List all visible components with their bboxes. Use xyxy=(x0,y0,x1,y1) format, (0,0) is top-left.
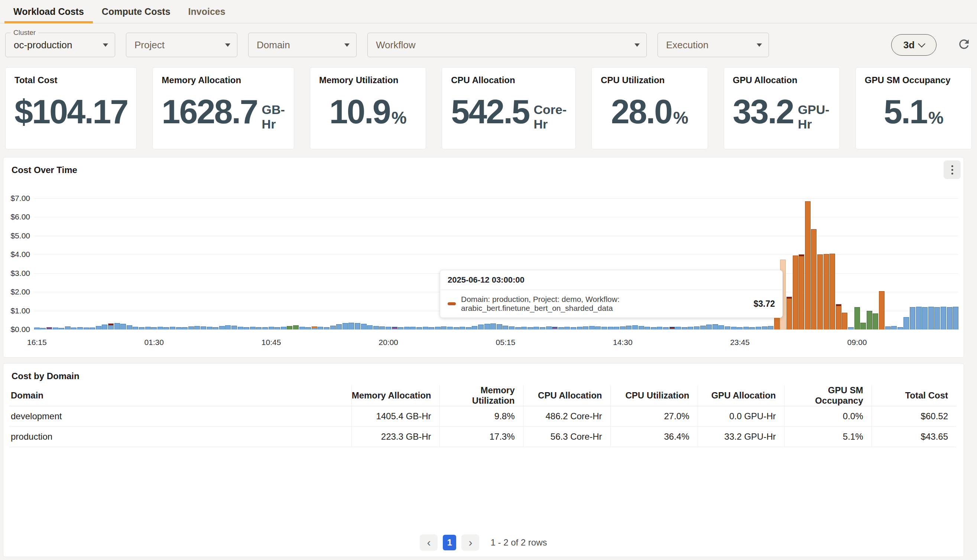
bar[interactable] xyxy=(385,327,391,329)
bar[interactable] xyxy=(108,323,114,329)
filter-select-execution[interactable]: Execution xyxy=(657,33,769,57)
bar[interactable] xyxy=(639,326,644,329)
bar[interactable] xyxy=(71,328,77,329)
bar[interactable] xyxy=(312,327,317,329)
bar[interactable] xyxy=(725,327,730,329)
bar[interactable] xyxy=(151,327,157,329)
bar[interactable] xyxy=(238,327,243,329)
bar[interactable] xyxy=(694,327,700,329)
bar[interactable] xyxy=(77,327,83,329)
bar[interactable] xyxy=(805,201,810,329)
bar[interactable] xyxy=(577,327,582,329)
bar[interactable] xyxy=(503,326,508,329)
bar[interactable] xyxy=(157,327,163,329)
bar[interactable] xyxy=(417,327,422,329)
bar[interactable] xyxy=(515,327,521,329)
filter-select-project[interactable]: Project xyxy=(126,33,237,57)
bar[interactable] xyxy=(879,291,885,329)
bar[interactable] xyxy=(682,327,687,329)
bar[interactable] xyxy=(916,307,922,329)
bar[interactable] xyxy=(749,327,755,329)
bar[interactable] xyxy=(527,327,533,329)
bar[interactable] xyxy=(755,327,761,329)
bar[interactable] xyxy=(145,327,151,329)
bar[interactable] xyxy=(934,307,940,329)
bar[interactable] xyxy=(305,327,311,329)
bar[interactable] xyxy=(940,307,946,329)
tab-compute-costs[interactable]: Compute Costs xyxy=(93,0,179,23)
bar[interactable] xyxy=(201,327,206,329)
bar[interactable] xyxy=(244,327,249,329)
bar[interactable] xyxy=(793,255,798,329)
bar[interactable] xyxy=(232,326,237,329)
bar[interactable] xyxy=(170,327,175,329)
bar[interactable] xyxy=(59,328,64,329)
bar[interactable] xyxy=(626,326,632,329)
bar[interactable] xyxy=(188,327,194,329)
bar[interactable] xyxy=(811,229,817,329)
bar[interactable] xyxy=(854,307,860,329)
bar[interactable] xyxy=(589,326,595,329)
bar[interactable] xyxy=(602,327,607,329)
bar[interactable] xyxy=(429,327,434,329)
bar[interactable] xyxy=(953,307,959,329)
bar[interactable] xyxy=(423,327,428,329)
bar[interactable] xyxy=(90,328,95,329)
bar[interactable] xyxy=(460,327,465,329)
bar[interactable] xyxy=(466,327,472,329)
filter-select-workflow[interactable]: Workflow xyxy=(367,33,647,57)
bar[interactable] xyxy=(213,327,218,329)
bar[interactable] xyxy=(799,254,804,329)
bar[interactable] xyxy=(262,327,268,329)
bar[interactable] xyxy=(447,327,453,329)
bar[interactable] xyxy=(583,327,589,329)
bar[interactable] xyxy=(342,323,348,329)
bar[interactable] xyxy=(268,327,274,329)
bar[interactable] xyxy=(34,328,40,329)
bar[interactable] xyxy=(435,327,440,329)
bar[interactable] xyxy=(521,327,527,329)
bar[interactable] xyxy=(608,327,614,329)
tab-invoices[interactable]: Invoices xyxy=(179,0,234,23)
bar[interactable] xyxy=(768,326,774,329)
bar[interactable] xyxy=(922,307,928,329)
bar[interactable] xyxy=(490,323,496,329)
bar[interactable] xyxy=(299,327,305,329)
bar[interactable] xyxy=(885,327,891,329)
bar[interactable] xyxy=(102,325,107,329)
bar[interactable] xyxy=(127,325,132,329)
bar[interactable] xyxy=(595,327,601,329)
bar[interactable] xyxy=(348,323,354,329)
bar[interactable] xyxy=(139,327,145,329)
bar[interactable] xyxy=(897,327,903,329)
bar[interactable] xyxy=(657,327,662,329)
bar[interactable] xyxy=(534,327,539,329)
bar[interactable] xyxy=(645,327,650,329)
previous-page-button[interactable]: ‹ xyxy=(420,534,438,551)
bar[interactable] xyxy=(570,327,576,329)
bar[interactable] xyxy=(256,327,262,329)
bar[interactable] xyxy=(620,327,625,329)
time-range-button[interactable]: 3d xyxy=(891,34,937,56)
bar[interactable] xyxy=(928,307,934,329)
bar[interactable] xyxy=(83,328,89,329)
bar[interactable] xyxy=(361,324,367,329)
bar[interactable] xyxy=(564,327,570,329)
bar[interactable] xyxy=(392,327,397,329)
bar[interactable] xyxy=(398,327,403,329)
bar[interactable] xyxy=(367,325,373,329)
bar[interactable] xyxy=(891,326,897,329)
bar[interactable] xyxy=(867,311,872,329)
bar[interactable] xyxy=(478,325,483,329)
bar[interactable] xyxy=(904,317,909,329)
bar[interactable] xyxy=(373,326,379,329)
bar[interactable] xyxy=(675,327,681,329)
bar[interactable] xyxy=(737,327,743,329)
bar[interactable] xyxy=(219,326,225,329)
bar[interactable] xyxy=(176,327,182,329)
bar[interactable] xyxy=(873,313,878,329)
bar[interactable] xyxy=(947,307,952,329)
bar[interactable] xyxy=(293,325,298,329)
bar[interactable] xyxy=(632,325,638,329)
tab-workload-costs[interactable]: Workload Costs xyxy=(5,0,93,23)
